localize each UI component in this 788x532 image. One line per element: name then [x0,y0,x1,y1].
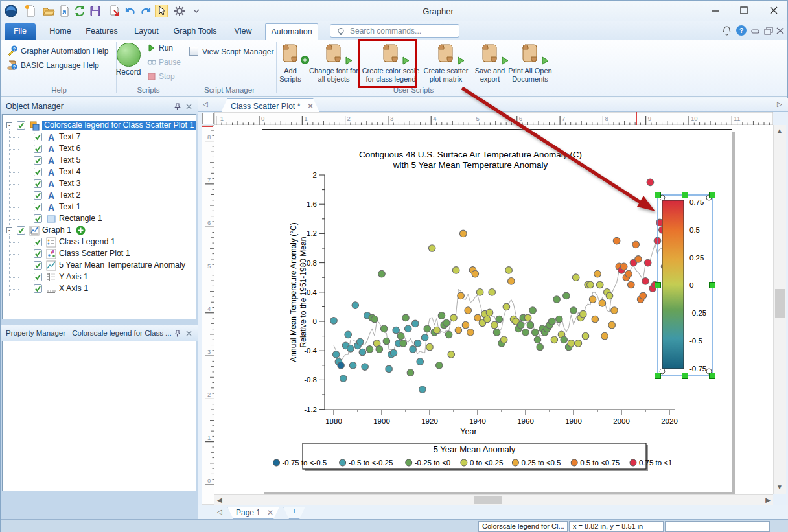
grapher-logo-icon[interactable] [5,5,17,17]
selection-handle[interactable] [682,192,688,198]
run-button[interactable]: Run [147,43,173,55]
new-page-tab[interactable]: + [283,507,305,519]
user-script-print-all-open-documents[interactable]: Print All Open Documents [504,41,557,89]
tab-graph-tools[interactable]: Graph Tools [168,23,222,40]
tab-scroll-left[interactable]: ◁ [203,100,208,108]
selection-handle[interactable] [710,373,715,379]
redo-icon[interactable] [139,5,152,17]
tree-item-class-legend-1[interactable]: Class Legend 1 [3,237,196,248]
tree-item-text-1[interactable]: AText 1 [3,202,196,213]
tree-checkbox[interactable] [34,238,42,246]
tree-item-text-7[interactable]: AText 7 [3,132,196,143]
horizontal-scrollbar[interactable]: ◀ ▶ [214,494,773,505]
help-item-basic[interactable]: ?BASIC Language Help [7,59,99,71]
tree-checkbox[interactable] [17,226,25,235]
scroll-up-arrow[interactable]: ▲ [776,127,783,134]
tree-checkbox[interactable] [34,273,42,281]
tree-checkbox[interactable] [34,284,42,293]
tree-checkbox[interactable] [34,191,42,200]
mdi-close-icon[interactable] [776,27,785,35]
pointer-icon[interactable] [155,5,168,17]
tree-checkbox[interactable] [17,121,25,130]
user-script-change-font-for-all-objects[interactable]: Change font for all objects [305,41,362,89]
tab-automation[interactable]: Automation [265,23,318,40]
selection-handle[interactable] [655,192,661,198]
tree-checkbox[interactable] [34,249,42,258]
minimize-button[interactable] [710,5,721,16]
scroll-right-arrow[interactable]: ▶ [765,496,771,503]
user-script-save-and-export[interactable]: Save and export [472,41,507,89]
user-script-create-scatter-plot-matrix[interactable]: Create scatter plot matrix [419,41,472,89]
tree-item-colorscale-legend-for-class-scatter-plot-1[interactable]: -Colorscale legend for Class Scatter Plo… [3,120,196,132]
help-icon[interactable]: ? [736,25,747,36]
page-tab-scroll-left[interactable]: ◁ [217,508,222,515]
selection-handle[interactable] [655,283,661,288]
tab-features[interactable]: Features [81,23,122,40]
tree-item-graph-1[interactable]: -Graph 1 [3,225,196,237]
mdi-minimize-icon[interactable] [751,27,760,35]
tree-item-text-4[interactable]: AText 4 [3,167,196,178]
scroll-left-arrow[interactable]: ◀ [217,496,222,503]
tab-close-icon[interactable]: ✕ [307,102,314,111]
tree-checkbox[interactable] [34,179,42,188]
pin-icon[interactable] [173,329,181,338]
stop-button[interactable]: Stop [147,72,175,84]
undo-icon[interactable] [124,5,137,17]
notifications-bell-icon[interactable] [721,25,732,36]
tree-item-text-3[interactable]: AText 3 [3,178,196,190]
page-tab-close-icon[interactable]: ✕ [267,508,273,517]
tree-checkbox[interactable] [34,168,42,176]
settings-icon[interactable] [173,5,186,17]
tree-checkbox[interactable] [34,156,42,165]
close-button[interactable] [768,5,780,16]
user-script-add-scripts[interactable]: Add Scripts [275,41,305,89]
tree-item-class-scatter-plot-1[interactable]: Class Scatter Plot 1 [3,248,196,260]
tree-checkbox[interactable] [34,261,42,270]
tree-expander[interactable]: - [6,122,12,128]
maximize-button[interactable] [738,5,750,16]
selection-handle[interactable] [655,373,661,379]
selection-handle[interactable] [710,192,715,198]
tree-item-text-2[interactable]: AText 2 [3,190,196,202]
pin-icon[interactable] [173,102,181,111]
tree-checkbox[interactable] [34,145,42,153]
tab-layout[interactable]: Layout [128,23,165,40]
tree-checkbox[interactable] [34,203,42,211]
import-document-icon[interactable] [58,5,71,17]
tree-item-5-year-mean-temperature-anomaly[interactable]: 5 Year Mean Temperature Anomaly [3,260,196,272]
tree-item-rectangle-1[interactable]: Rectangle 1 [3,213,196,225]
save-icon[interactable] [89,5,102,17]
tree-checkbox[interactable] [34,214,42,223]
help-item-automation[interactable]: ?Grapher Automation Help [7,45,108,56]
tree-expander[interactable]: - [6,227,12,233]
view-script-manager-checkbox[interactable]: View Script Manager [189,45,274,57]
pause-button[interactable]: Pause [147,58,181,69]
vertical-scroll-thumb[interactable] [775,289,785,318]
open-folder-icon[interactable] [42,5,55,17]
selection-handle[interactable] [710,283,715,288]
add-plot-icon[interactable] [76,226,86,237]
tree-item-x-axis-1[interactable]: X Axis 1 [3,283,196,295]
close-panel-icon[interactable] [185,330,192,337]
tab-file[interactable]: File [5,23,36,40]
close-panel-icon[interactable] [185,103,192,110]
tree-checkbox[interactable] [34,133,42,141]
search-commands-box[interactable]: Search commands... [330,24,459,38]
mdi-restore-icon[interactable] [764,27,773,35]
tree-item-y-axis-1[interactable]: Y Axis 1 [3,272,196,283]
export-document-icon[interactable] [108,5,121,17]
more-icon[interactable] [190,5,203,17]
vertical-scrollbar[interactable]: ▲ ▼ [773,125,786,494]
horizontal-scroll-thumb[interactable] [474,496,502,504]
reload-icon[interactable] [73,5,86,17]
document-tab[interactable]: Class Scatter Plot *✕ [221,98,319,112]
tree-item-text-6[interactable]: AText 6 [3,143,196,155]
record-button[interactable] [117,43,141,67]
tab-home[interactable]: Home [43,23,77,40]
tab-view[interactable]: View [227,23,259,40]
new-document-icon[interactable] [24,5,37,17]
selection-handle[interactable] [682,373,688,379]
scroll-down-arrow[interactable]: ▼ [776,483,783,491]
page-tab[interactable]: Page 1✕ [227,507,279,519]
tab-scroll-right[interactable]: ▷ [777,100,782,108]
